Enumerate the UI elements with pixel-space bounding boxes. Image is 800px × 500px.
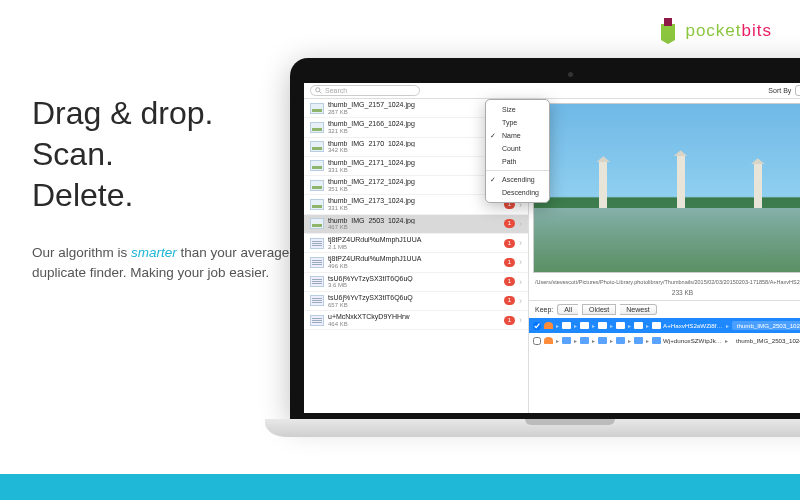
folder-icon <box>562 337 571 344</box>
toolbar: Search Sort By Name <box>304 83 800 99</box>
image-icon <box>310 218 324 229</box>
file-size: 351 KB <box>328 186 500 193</box>
file-size: 233 KB <box>529 287 800 300</box>
list-item[interactable]: tj8tPZ4URdul%uMmphJ1UUA2.1 MB1› <box>304 234 528 253</box>
select-duplicate-checkbox[interactable] <box>533 337 541 345</box>
image-icon <box>310 122 324 133</box>
list-item[interactable]: tsU6j%YvTzySX3tlT6Q6uQ3.6 MB1› <box>304 273 528 292</box>
duplicate-count-badge: 1 <box>504 219 515 228</box>
keep-newest-button[interactable]: Newest <box>620 304 656 315</box>
folder-icon <box>580 337 589 344</box>
svg-rect-1 <box>664 18 672 26</box>
image-icon <box>310 141 324 152</box>
image-icon <box>310 160 324 171</box>
chevron-right-icon: › <box>519 257 522 267</box>
image-icon <box>310 180 324 191</box>
sort-option-size[interactable]: Size <box>486 103 549 116</box>
file-size: 464 KB <box>328 321 500 328</box>
file-size: 331 KB <box>328 167 500 174</box>
sortby-label: Sort By <box>768 87 791 94</box>
keep-oldest-button[interactable]: Oldest <box>582 304 616 315</box>
image-preview <box>533 103 800 273</box>
duplicate-path-row[interactable]: ▸▸▸▸▸▸ A+HaxvHS2aWZi8f…▸thumb_IMG_2503_1… <box>529 318 800 333</box>
duplicate-count-badge: 1 <box>504 239 515 248</box>
svg-point-2 <box>316 88 320 92</box>
webcam-icon <box>568 72 573 77</box>
document-icon <box>310 276 324 287</box>
tagline: Our algorithm is smarter than your avera… <box>32 243 332 282</box>
sort-option-path[interactable]: Path <box>486 155 549 168</box>
folder-icon <box>616 337 625 344</box>
duplicate-count-badge: 1 <box>504 258 515 267</box>
list-item[interactable]: thumb_IMG_2503_1024.jpg467 KB1› <box>304 215 528 234</box>
sortby-select[interactable]: Name <box>795 85 800 96</box>
file-size: 496 KB <box>328 263 500 270</box>
folder-icon <box>652 322 661 329</box>
sort-order-descending[interactable]: Descending <box>486 186 549 199</box>
file-size: 2.1 MB <box>328 244 500 251</box>
sort-option-count[interactable]: Count <box>486 142 549 155</box>
select-duplicate-checkbox[interactable] <box>533 322 541 330</box>
sort-option-name[interactable]: Name <box>486 129 549 142</box>
file-name: thumb_IMG_2172_1024.jpg <box>328 178 500 186</box>
file-size: 331 KB <box>328 205 500 212</box>
list-item[interactable]: u+McNxkXTCkyD9YHHrw464 KB1› <box>304 311 528 330</box>
keep-controls: Keep: All Oldest Newest <box>529 300 800 318</box>
preview-pane: /Users/stevescott/Pictures/Photo-Library… <box>529 99 800 413</box>
duplicate-count-badge: 1 <box>504 296 515 305</box>
folder-icon <box>562 322 571 329</box>
document-icon <box>310 257 324 268</box>
headline-line-1: Drag & drop. <box>32 95 332 132</box>
sort-menu: Size Type Name Count Path Ascending Desc… <box>485 99 550 203</box>
keep-label: Keep: <box>535 306 553 313</box>
file-name: tsU6j%YvTzySX3tlT6Q6uQ <box>328 294 500 302</box>
file-size: 657 KB <box>328 302 500 309</box>
file-name: tj8tPZ4URdul%uMmphJ1UUA <box>328 255 500 263</box>
sort-order-ascending[interactable]: Ascending <box>486 173 549 186</box>
chevron-right-icon: › <box>519 238 522 248</box>
list-item[interactable]: tsU6j%YvTzySX3tlT6Q6uQ657 KB1› <box>304 292 528 311</box>
folder-icon <box>598 322 607 329</box>
file-name: thumb_IMG_2173_1024.jpg <box>328 197 500 205</box>
search-input[interactable]: Search <box>310 85 420 96</box>
folder-icon <box>634 322 643 329</box>
laptop-base <box>265 419 800 437</box>
home-icon <box>544 337 553 344</box>
document-icon <box>310 295 324 306</box>
folder-icon <box>652 337 661 344</box>
folder-icon <box>634 337 643 344</box>
chevron-right-icon: › <box>519 277 522 287</box>
folder-icon <box>598 337 607 344</box>
duplicate-path-row[interactable]: ▸▸▸▸▸▸ Wj+dunoxSZWtpJk…▸thumb_IMG_2503_1… <box>529 333 800 348</box>
chevron-right-icon: › <box>519 219 522 229</box>
sort-option-type[interactable]: Type <box>486 116 549 129</box>
document-icon <box>310 315 324 326</box>
file-name: thumb_IMG_2503_1024.jpg <box>328 217 500 225</box>
duplicate-filename: thumb_IMG_2503_1024.jpg <box>732 321 800 330</box>
brand: pocketbits <box>657 18 772 44</box>
headline-line-2: Scan. <box>32 136 332 173</box>
svg-marker-0 <box>661 24 675 44</box>
file-path: /Users/stevescott/Pictures/Photo-Library… <box>529 277 800 287</box>
footer-bar <box>0 474 800 500</box>
file-name: u+McNxkXTCkyD9YHHrw <box>328 313 500 321</box>
image-icon <box>310 103 324 114</box>
duplicate-count-badge: 1 <box>504 277 515 286</box>
home-icon <box>544 322 553 329</box>
image-icon <box>310 199 324 210</box>
folder-icon <box>580 322 589 329</box>
chevron-right-icon: › <box>519 315 522 325</box>
laptop-frame: Search Sort By Name Size Type Name Count… <box>290 58 800 437</box>
file-name: tj8tPZ4URdul%uMmphJ1UUA <box>328 236 500 244</box>
file-name: tsU6j%YvTzySX3tlT6Q6uQ <box>328 275 500 283</box>
brand-name: pocketbits <box>685 21 772 41</box>
document-icon <box>310 238 324 249</box>
file-size: 467 KB <box>328 224 500 231</box>
file-size: 3.6 MB <box>328 282 500 289</box>
keep-all-button[interactable]: All <box>557 304 578 315</box>
duplicate-filename: thumb_IMG_2503_1024.jpg <box>731 336 800 345</box>
folder-icon <box>616 322 625 329</box>
list-item[interactable]: tj8tPZ4URdul%uMmphJ1UUA496 KB1› <box>304 253 528 272</box>
file-name: thumb_IMG_2171_1024.jpg <box>328 159 500 167</box>
headline-line-3: Delete. <box>32 177 332 214</box>
